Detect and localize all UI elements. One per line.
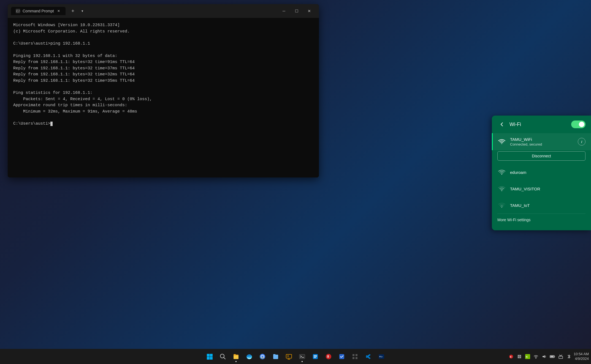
cmd-line-empty-3 (13, 84, 313, 90)
titlebar-controls-left: + ▾ (69, 7, 86, 15)
taskbar-todo-btn[interactable] (336, 351, 348, 363)
taskbar-chrome-btn[interactable] (256, 351, 269, 363)
taskbar-file-explorer-btn[interactable] (230, 351, 242, 363)
wifi-info-btn[interactable]: i (578, 138, 585, 146)
cmd-line-11: Approximate round trip times in milli-se… (13, 102, 313, 109)
wifi-network-item-eduroam[interactable]: eduroam (492, 164, 591, 180)
tray-network-icon[interactable] (558, 354, 564, 360)
taskbar-terminal-btn[interactable] (296, 351, 308, 363)
tray-nvidia-icon[interactable]: N (525, 354, 531, 360)
svg-rect-34 (520, 357, 521, 358)
svg-rect-16 (299, 354, 305, 359)
cmd-titlebar: C:\ Command Prompt ✕ + ▾ ─ ☐ ✕ (8, 4, 319, 18)
cmd-line-6: Reply from 192.168.1.1: bytes=32 time=37… (13, 65, 313, 72)
wifi-signal-icon-visitor (497, 184, 506, 193)
wifi-network-item-connected[interactable]: TAMU_WiFi Connected, secured i (492, 133, 591, 150)
wifi-back-btn[interactable] (497, 120, 506, 129)
svg-text:C:\: C:\ (16, 10, 20, 13)
cmd-tab-close-btn[interactable]: ✕ (56, 9, 61, 13)
dropdown-btn[interactable]: ▾ (78, 7, 86, 15)
desktop: C:\ Command Prompt ✕ + ▾ ─ ☐ ✕ Microsoft… (0, 0, 591, 364)
wifi-panel: Wi-Fi TAMU_WiFi Connected, secured i Dis… (492, 116, 591, 230)
wifi-header: Wi-Fi (492, 116, 591, 133)
taskbar-clock[interactable]: 10:54 AM 4/9/2024 (574, 352, 589, 361)
tray-battery-icon[interactable] (549, 354, 555, 360)
cmd-line-empty-1 (13, 35, 313, 41)
svg-point-3 (501, 190, 502, 191)
cursor (50, 122, 53, 126)
wifi-panel-title: Wi-Fi (509, 122, 568, 127)
wifi-network-name-iot: TAMU_IoT (510, 203, 585, 208)
wifi-network-info-eduroam: eduroam (510, 170, 585, 175)
cmd-line-10: Packets: Sent = 4, Received = 4, Lost = … (13, 96, 313, 103)
taskbar-powershell-btn[interactable]: PS> (375, 351, 387, 363)
tray-sound-icon[interactable] (541, 354, 547, 360)
cmd-tab[interactable]: C:\ Command Prompt ✕ (11, 7, 66, 15)
cmd-line-8: Reply from 192.168.1.1: bytes=32 time=35… (13, 78, 313, 84)
new-tab-btn[interactable]: + (69, 7, 77, 15)
svg-rect-24 (353, 357, 354, 359)
wifi-network-name-connected: TAMU_WiFi (510, 137, 574, 142)
svg-text:N: N (526, 355, 528, 358)
more-wifi-settings-link[interactable]: More Wi-Fi settings (492, 214, 591, 226)
disconnect-btn[interactable]: Disconnect (497, 151, 585, 161)
svg-point-37 (535, 357, 536, 358)
wifi-network-info-connected: TAMU_WiFi Connected, secured (510, 137, 574, 146)
cmd-tab-icon: C:\ (15, 9, 20, 13)
system-tray-icons: 8 N (508, 354, 572, 360)
taskbar-vscode-btn[interactable] (362, 351, 374, 363)
wifi-network-info-iot: TAMU_IoT (510, 203, 585, 208)
svg-rect-6 (210, 354, 213, 357)
taskbar-start-btn[interactable] (204, 351, 216, 363)
svg-line-10 (224, 357, 225, 359)
tray-icon-1[interactable]: 8 (508, 354, 514, 360)
wifi-network-item-visitor[interactable]: TAMU_VISITOR (492, 180, 591, 197)
cmd-tab-title: Command Prompt (23, 9, 54, 13)
svg-rect-5 (207, 354, 210, 357)
cmd-line-4: Pinging 192.168.1.1 with 32 bytes of dat… (13, 53, 313, 59)
cmd-line-prompt[interactable]: C:\Users\austi> (13, 121, 313, 127)
taskbar-stacks-btn[interactable] (309, 351, 321, 363)
taskbar-search-btn[interactable] (217, 351, 229, 363)
cmd-line-9: Ping statistics for 192.168.1.1: (13, 90, 313, 96)
wifi-network-item-iot[interactable]: TAMU_IoT (492, 197, 591, 214)
tray-icon-2[interactable] (516, 354, 522, 360)
taskbar-antivirus-btn[interactable]: 8 (322, 351, 335, 363)
close-btn[interactable]: ✕ (303, 4, 316, 18)
taskbar-edge-btn[interactable] (243, 351, 255, 363)
taskbar-files-btn[interactable] (270, 351, 282, 363)
wifi-signal-icon-iot (497, 201, 506, 210)
wifi-network-status-connected: Connected, secured (510, 142, 574, 146)
cmd-line-7: Reply from 192.168.1.1: bytes=32 time=32… (13, 72, 313, 78)
taskbar: 8 (0, 349, 591, 364)
wifi-toggle[interactable] (571, 121, 585, 128)
svg-rect-7 (207, 357, 210, 360)
svg-rect-39 (551, 356, 554, 357)
svg-rect-25 (356, 357, 357, 359)
clock-time: 10:54 AM (574, 352, 589, 357)
svg-rect-40 (554, 356, 555, 357)
wifi-network-info-visitor: TAMU_VISITOR (510, 187, 585, 191)
taskbar-grid-btn[interactable] (349, 351, 361, 363)
cmd-content[interactable]: Microsoft Windows [Version 10.0.22631.33… (8, 18, 319, 177)
tray-wifi-icon[interactable] (533, 354, 539, 360)
minimize-btn[interactable]: ─ (278, 4, 290, 18)
taskbar-remote-btn[interactable] (283, 351, 295, 363)
svg-text:8: 8 (510, 355, 511, 358)
svg-rect-23 (356, 354, 357, 356)
taskbar-center: 8 (204, 351, 387, 363)
svg-text:8: 8 (327, 355, 329, 358)
svg-text:PS>: PS> (379, 356, 383, 358)
tray-bluetooth-icon[interactable] (566, 354, 572, 360)
svg-rect-31 (518, 355, 519, 356)
cmd-line-empty-2 (13, 47, 313, 53)
wifi-network-name-visitor: TAMU_VISITOR (510, 187, 585, 191)
cmd-line-1: Microsoft Windows [Version 10.0.22631.33… (13, 22, 313, 29)
cmd-line-3: C:\Users\austi>ping 192.168.1.1 (13, 41, 313, 47)
svg-rect-32 (520, 355, 521, 356)
cmd-line-2: (c) Microsoft Corporation. All rights re… (13, 29, 313, 35)
maximize-btn[interactable]: ☐ (290, 4, 303, 18)
svg-rect-41 (559, 356, 563, 358)
wifi-signal-icon-connected (497, 137, 506, 146)
taskbar-right: 8 N (508, 352, 589, 361)
